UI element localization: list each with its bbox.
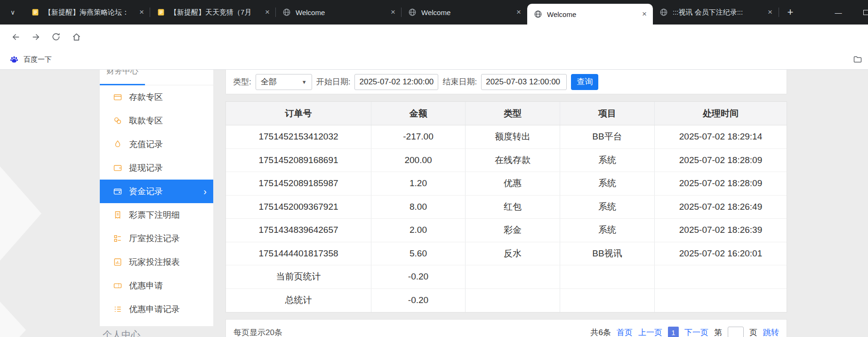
note-favicon-icon — [31, 8, 40, 16]
table-cell: 总统计 — [226, 289, 371, 312]
sidebar-section-personal-center[interactable]: 个人中心 — [103, 329, 140, 337]
next-page-link[interactable]: 下一页 — [684, 327, 708, 337]
jump-prefix-label: 第 — [714, 327, 722, 337]
table-row-total-summary: 总统计 -0.20 — [226, 289, 787, 312]
tab-tiantian-guess[interactable]: 【新提醒】天天竞猜（7月 × — [150, 0, 276, 25]
maximize-icon — [863, 10, 868, 15]
end-date-label: 结束日期: — [442, 76, 477, 87]
page-jump-input[interactable] — [728, 327, 744, 337]
table-cell: 1751452153412032 — [226, 125, 371, 148]
minimize-button[interactable]: — — [830, 6, 846, 18]
current-page-badge[interactable]: 1 — [668, 327, 679, 337]
new-tab-button[interactable]: + — [784, 6, 796, 18]
start-date-input[interactable] — [354, 74, 438, 90]
table-cell: 反水 — [466, 242, 560, 265]
table-cell: 200.00 — [371, 149, 466, 172]
table-cell: 1751434839642657 — [226, 219, 371, 242]
tab-title: :::视讯 会员下注纪录::: — [673, 8, 763, 17]
table-cell: 在线存款 — [466, 149, 560, 172]
tab-close-icon[interactable]: × — [137, 8, 146, 17]
sidebar-item-hall-bet-records[interactable]: 厅室投注记录 — [100, 227, 213, 250]
table-row: 1751452153412032 -217.00 额度转出 BB平台 2025-… — [226, 125, 787, 149]
table-row: 1751452009367921 8.00 红包 系统 2025-07-02 1… — [226, 196, 787, 219]
table-cell: 2025-07-02 18:26:39 — [655, 219, 787, 242]
table-cell: 2025-07-02 18:26:49 — [655, 196, 787, 219]
table-cell: 彩金 — [466, 219, 560, 242]
table-cell: 系统 — [560, 196, 655, 219]
table-cell: -217.00 — [371, 125, 466, 148]
table-cell — [560, 289, 655, 312]
tab-search-icon[interactable]: ∨ — [7, 6, 19, 18]
sidebar-tab-finance-center[interactable]: 财务中心 — [106, 70, 138, 76]
globe-favicon-icon — [659, 8, 668, 16]
bookmarks-folder-icon[interactable] — [852, 55, 863, 64]
tab-video-bet-records[interactable]: :::视讯 会员下注纪录::: × — [653, 0, 779, 25]
type-select-value: 全部 — [261, 76, 277, 87]
sidebar-item-deposit-zone[interactable]: 存款专区 — [100, 85, 213, 109]
tab-close-icon[interactable]: × — [514, 8, 523, 17]
table-header-cell: 订单号 — [226, 102, 371, 125]
tab-haiyan-forum[interactable]: 【新提醒】海燕策略论坛： × — [24, 0, 150, 25]
table-cell — [655, 265, 787, 288]
bookmarks-bar: 百度一下 — [0, 49, 868, 70]
table-row: 1751434839642657 2.00 彩金 系统 2025-07-02 1… — [226, 219, 787, 242]
forward-icon[interactable] — [30, 31, 42, 43]
reload-icon[interactable] — [50, 31, 62, 43]
end-date-input[interactable] — [481, 74, 567, 90]
table-cell: 1751452089168691 — [226, 149, 371, 172]
tab-close-icon[interactable]: × — [388, 8, 398, 17]
baidu-icon — [9, 55, 19, 64]
type-select[interactable]: 全部 ▼ — [256, 74, 312, 90]
background-triangle-decoration — [0, 166, 41, 261]
jump-button[interactable]: 跳转 — [763, 327, 779, 337]
sidebar-item-lottery-bet-details[interactable]: 彩票下注明细 — [100, 203, 213, 227]
report-chart-icon — [113, 257, 122, 267]
globe-favicon-icon — [534, 10, 542, 18]
sidebar-item-withdraw-zone[interactable]: 取款专区 — [100, 109, 213, 132]
wallet-icon — [113, 163, 122, 173]
table-cell: 1.20 — [371, 172, 466, 195]
tab-title: Welcome — [296, 8, 386, 16]
tab-welcome-2[interactable]: Welcome × — [402, 0, 527, 25]
background-triangle-decoration — [0, 302, 26, 337]
table-cell: 优惠 — [466, 172, 560, 195]
maximize-button[interactable] — [858, 6, 868, 18]
list-grid-icon — [113, 234, 122, 243]
chevron-right-icon: › — [203, 186, 207, 197]
tab-title: 【新提醒】天天竞猜（7月 — [170, 8, 260, 17]
bank-card-icon — [113, 92, 122, 102]
globe-favicon-icon — [282, 8, 291, 16]
search-button[interactable]: 查询 — [571, 74, 598, 90]
table-header-cell: 项目 — [560, 102, 655, 125]
table-cell: BB视讯 — [560, 242, 655, 265]
sidebar-item-funds-records[interactable]: 资金记录 › — [100, 180, 213, 203]
coins-icon — [113, 116, 122, 125]
list-icon — [113, 304, 122, 314]
receipt-icon — [113, 210, 122, 220]
tab-welcome-1[interactable]: Welcome × — [276, 0, 402, 25]
pagination-panel: 每页显示20条 共6条 首页 上一页 1 下一页 第 页 跳转 — [225, 319, 787, 337]
sidebar-item-promo-apply[interactable]: 优惠申请 — [100, 274, 213, 297]
tab-close-icon[interactable]: × — [263, 8, 272, 17]
caret-down-icon: ▼ — [302, 79, 307, 85]
table-cell: 2025-07-02 18:28:09 — [655, 149, 787, 172]
tab-welcome-active[interactable]: Welcome × — [527, 4, 653, 25]
tab-close-icon[interactable]: × — [765, 8, 775, 17]
sidebar-item-label: 玩家投注报表 — [129, 256, 180, 268]
table-cell: 系统 — [560, 172, 655, 195]
home-icon[interactable] — [70, 31, 82, 43]
start-date-label: 开始日期: — [316, 76, 351, 87]
globe-favicon-icon — [408, 8, 417, 16]
wallet-icon — [113, 187, 122, 196]
tab-title: Welcome — [421, 8, 511, 16]
sidebar-item-withdrawal-records[interactable]: 提现记录 — [100, 156, 213, 180]
prev-page-link[interactable]: 上一页 — [638, 327, 662, 337]
sidebar-item-promo-apply-records[interactable]: 优惠申请记录 — [100, 297, 213, 321]
first-page-link[interactable]: 首页 — [617, 327, 633, 337]
back-icon[interactable] — [9, 31, 22, 43]
sidebar-item-player-bet-report[interactable]: 玩家投注报表 — [100, 250, 213, 274]
page-content: 财务中心 存款专区 取款专区 充值记录 提现记录 资金记录 — [0, 70, 868, 337]
tab-close-icon[interactable]: × — [640, 9, 649, 19]
bookmark-baidu[interactable]: 百度一下 — [6, 52, 56, 66]
sidebar-item-recharge-records[interactable]: 充值记录 — [100, 132, 213, 156]
